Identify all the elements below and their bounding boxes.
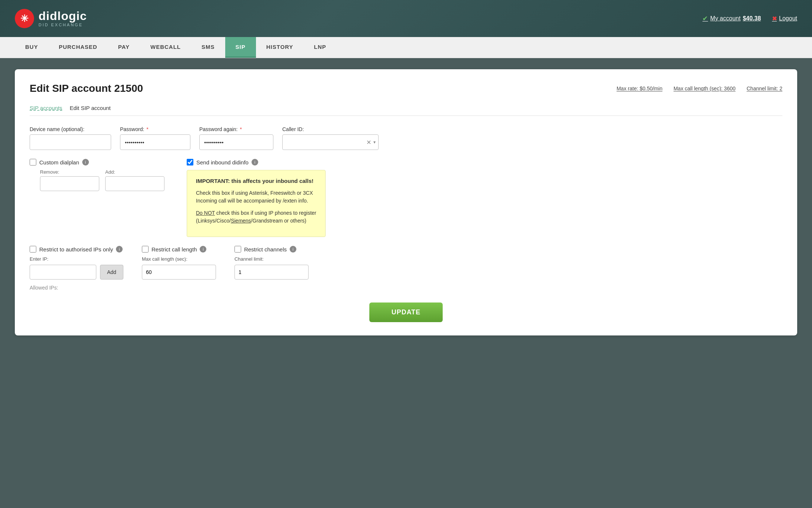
restrict-ip-sub-form: Enter IP: Add Allowed IPs: [30,256,123,291]
breadcrumb-sip-accounts[interactable]: SIP accounts [30,105,62,111]
header-right: ✔ My account $40.38 ✖ Logout [702,14,797,23]
my-account-link[interactable]: ✔ My account $40.38 [702,14,761,23]
restrict-call-length-group: Restrict call length i [142,246,216,253]
meta-max-call-length: Max call length (sec): 3600 [673,86,735,91]
device-name-input[interactable] [30,134,111,150]
logo-name: didlogic [39,10,87,22]
password-again-label: Password again: * [199,126,273,132]
logout-link[interactable]: ✖ Logout [772,15,797,22]
send-inbound-checkbox[interactable] [187,159,193,166]
channel-limit-input[interactable] [234,265,309,280]
add-dialplan-input[interactable] [105,176,164,191]
password-again-group: Password again: * [199,126,273,150]
card-meta: Max rate: $0.50/min Max call length (sec… [616,86,782,91]
password-label: Password: * [120,126,190,132]
breadcrumb-edit-sip: Edit SIP account [70,105,111,111]
nav-item-sip[interactable]: SIP [225,37,256,58]
inbound-didinfo-section: Send inbound didinfo i IMPORTANT: this a… [187,159,326,237]
card-header: Edit SIP account 21500 Max rate: $0.50/m… [30,83,782,94]
restrict-ip-info-icon[interactable]: i [116,246,123,253]
my-account-label: My account [710,15,741,22]
restrict-channels-label: Restrict channels [244,246,287,253]
caller-id-group: Caller ID: ✕ ▾ [282,126,379,150]
meta-channel-limit: Channel limit: 2 [747,86,783,91]
send-inbound-group: Send inbound didinfo i [187,159,326,166]
main-nav: BUY PURCHASED PAY WEBCALL SMS SIP HISTOR… [0,37,812,58]
nav-item-lnp[interactable]: LNP [304,37,337,58]
device-name-label: Device name (optional): [30,126,111,132]
restrict-call-length-section: Restrict call length i Max call length (… [142,246,216,280]
allowed-ips-label: Allowed IPs: [30,285,123,291]
main-content: Edit SIP account 21500 Max rate: $0.50/m… [0,58,812,347]
max-call-length-label: Max call length (sec): [142,256,216,262]
caller-id-controls: ✕ ▾ [366,139,376,146]
tooltip-do-not: Do NOT [196,210,215,216]
restrict-ip-section: Restrict to authorised IPs only i Enter … [30,246,123,291]
nav-item-history[interactable]: HISTORY [256,37,304,58]
remove-dialplan-column: Remove: [40,169,99,191]
caller-id-input[interactable] [282,134,379,150]
remove-dialplan-input[interactable] [40,176,99,191]
inbound-tooltip: IMPORTANT: this affects your inbound cal… [187,170,326,237]
tooltip-para2: Do NOT check this box if using IP phones… [196,209,316,225]
tooltip-siemens: Siemens [231,218,251,224]
dialplan-inputs: Remove: Add: [40,169,164,191]
check-icon: ✔ [702,14,708,23]
restrict-channels-checkbox[interactable] [234,246,241,253]
caller-id-wrapper: ✕ ▾ [282,134,379,150]
caller-id-dropdown-button[interactable]: ▾ [373,140,376,145]
main-card: Edit SIP account 21500 Max rate: $0.50/m… [15,69,797,335]
password-again-required: * [240,126,242,132]
password-input[interactable] [120,134,190,150]
caller-id-clear-button[interactable]: ✕ [366,139,372,146]
logo-icon: ✳ [15,9,34,28]
restrict-call-length-sub-form: Max call length (sec): [142,256,216,280]
custom-dialplan-checkbox[interactable] [30,159,36,166]
restrict-channels-group: Restrict channels i [234,246,309,253]
tooltip-para1: Check this box if using Asterisk, Freesw… [196,189,316,205]
update-button[interactable]: UPDATE [369,303,443,322]
restrict-channels-section: Restrict channels i Channel limit: [234,246,309,280]
restrict-ip-checkbox[interactable] [30,246,36,253]
form-row-3: Restrict to authorised IPs only i Enter … [30,246,782,291]
logo-sub: DID EXCHANGE [39,23,87,27]
form-row-1: Device name (optional): Password: * Pass… [30,126,782,150]
breadcrumb: SIP accounts Edit SIP account [30,105,782,116]
restrict-call-length-label: Restrict call length [152,246,197,253]
send-inbound-label: Send inbound didinfo [196,159,249,166]
restrict-call-length-info-icon[interactable]: i [200,246,206,253]
enter-ip-input[interactable] [30,265,96,280]
password-required: * [146,126,148,132]
password-again-input[interactable] [199,134,273,150]
restrict-call-length-checkbox[interactable] [142,246,149,253]
restrict-channels-info-icon[interactable]: i [290,246,296,253]
caller-id-label: Caller ID: [282,126,379,132]
custom-dialplan-info-icon[interactable]: i [82,159,89,166]
enter-ip-label: Enter IP: [30,256,123,262]
page-title: Edit SIP account 21500 [30,83,143,94]
restrict-ip-group: Restrict to authorised IPs only i [30,246,123,253]
send-inbound-info-icon[interactable]: i [252,159,258,166]
password-group: Password: * [120,126,190,150]
custom-dialplan-group: Custom dialplan i [30,159,164,166]
logo-text: didlogic DID EXCHANGE [39,10,87,27]
remove-label: Remove: [40,169,99,175]
channel-limit-label: Channel limit: [234,256,309,262]
nav-item-pay[interactable]: PAY [108,37,140,58]
logo-area: ✳ didlogic DID EXCHANGE [15,9,87,28]
x-icon: ✖ [772,15,777,22]
account-balance: $40.38 [743,15,761,22]
max-call-length-input[interactable] [142,265,216,280]
custom-dialplan-section: Custom dialplan i Remove: Add: [30,159,164,191]
nav-item-webcall[interactable]: WEBCALL [140,37,191,58]
restrict-ip-label: Restrict to authorised IPs only [39,246,113,253]
tooltip-important: IMPORTANT: this affects your inbound cal… [196,178,316,184]
custom-dialplan-label: Custom dialplan [39,159,79,166]
add-ip-button[interactable]: Add [100,265,123,280]
nav-item-buy[interactable]: BUY [15,37,49,58]
logout-label: Logout [779,15,797,22]
nav-item-sms[interactable]: SMS [191,37,225,58]
restrict-channels-sub-form: Channel limit: [234,256,309,280]
meta-max-rate: Max rate: $0.50/min [616,86,662,91]
nav-item-purchased[interactable]: PURCHASED [49,37,108,58]
